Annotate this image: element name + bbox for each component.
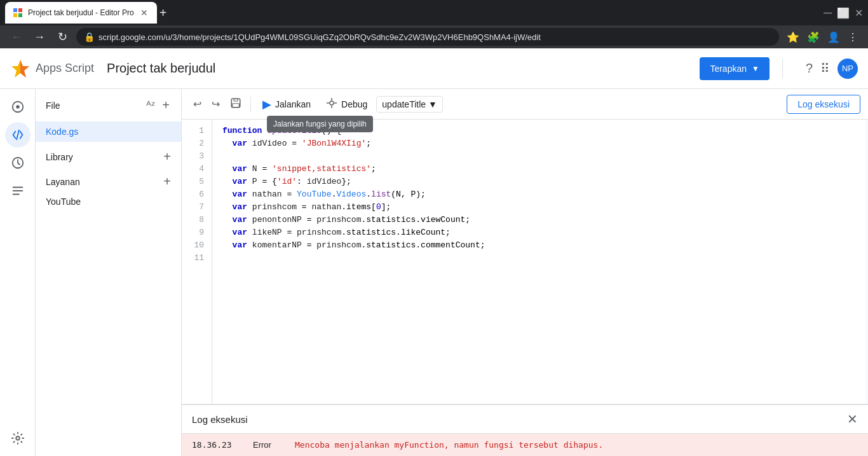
add-service-button[interactable]: +	[163, 174, 171, 189]
svg-rect-9	[12, 187, 23, 188]
service-item-youtube[interactable]: YouTube	[36, 191, 181, 212]
svg-point-7	[16, 105, 20, 109]
editor-icon	[11, 128, 25, 142]
nav-right-icons: ⭐ 🧩 👤 ⋮	[784, 29, 860, 46]
sidebar-editor-button[interactable]	[5, 122, 31, 148]
line-num-3: 3	[182, 150, 212, 163]
code-line-5: var P = {'id': idVideo};	[222, 176, 868, 188]
list-icon	[11, 184, 25, 198]
log-timestamp: 18.36.23	[192, 440, 243, 450]
log-message: Mencoba menjalankan myFunction, namun fu…	[295, 440, 603, 450]
code-line-6: var nathan = YouTube.Videos.list(N, P);	[222, 188, 868, 201]
apps-grid-icon[interactable]: ⠿	[820, 61, 830, 76]
add-file-button[interactable]: +	[161, 97, 171, 114]
line-num-2: 2	[182, 137, 212, 150]
log-level: Error	[253, 440, 285, 450]
help-icon[interactable]: ?	[806, 61, 813, 76]
code-line-11	[222, 252, 868, 265]
run-button[interactable]: ▶ Jalankan	[256, 93, 317, 115]
add-library-button[interactable]: +	[163, 149, 171, 164]
file-section-label: File	[46, 100, 146, 111]
editor-right-gutter	[865, 120, 868, 404]
svg-point-16	[330, 101, 334, 105]
browser-chrome: Project tak berjudul - Editor Pro ✕ + ─ …	[0, 0, 868, 25]
minimize-button[interactable]: ─	[824, 6, 832, 20]
new-tab-button[interactable]: +	[157, 3, 170, 23]
sidebar-triggers-button[interactable]	[5, 150, 31, 176]
line-numbers: 1 2 3 4 5 6 7 8 9 10 11	[182, 120, 212, 404]
header-divider	[782, 59, 783, 79]
avatar[interactable]: NP	[837, 59, 858, 79]
svg-rect-15	[233, 103, 240, 107]
editor-area: ↩ ↪ ▶ Jalankan	[182, 89, 868, 456]
tab-close-button[interactable]: ✕	[139, 6, 149, 19]
close-window-button[interactable]: ✕	[855, 7, 863, 19]
tooltip: Jalankan fungsi yang dipilih	[267, 116, 373, 132]
line-num-7: 7	[182, 201, 212, 214]
active-tab[interactable]: Project tak berjudul - Editor Pro ✕	[5, 2, 157, 24]
share-icon[interactable]: ⭐	[784, 29, 802, 46]
undo-button[interactable]: ↩	[189, 95, 205, 113]
code-line-7: var prinshcom = nathan.items[0];	[222, 201, 868, 214]
project-title[interactable]: Project tak berjudul	[107, 61, 215, 76]
line-num-6: 6	[182, 188, 212, 201]
code-line-8: var penontonNP = prinshcom.statistics.vi…	[222, 214, 868, 226]
library-section-header: Library +	[36, 142, 181, 167]
svg-marker-5	[20, 60, 29, 78]
code-line-3	[222, 150, 868, 163]
back-button[interactable]: ←	[8, 28, 25, 46]
forward-button[interactable]: →	[31, 28, 48, 46]
save-button[interactable]	[226, 95, 245, 114]
svg-rect-2	[13, 13, 17, 17]
file-item-kode[interactable]: Kode.gs	[36, 121, 181, 142]
service-label: Layanan	[46, 177, 163, 187]
sort-icon[interactable]: ᴬᶻ	[146, 99, 156, 113]
icon-sidebar	[0, 89, 36, 456]
app-header: Apps Script Project tak berjudul Terapka…	[0, 48, 868, 89]
tab-title: Project tak berjudul - Editor Pro	[28, 8, 134, 17]
log-panel-header: Log eksekusi ✕	[182, 405, 868, 434]
svg-rect-11	[12, 194, 19, 195]
log-entry-0: 18.36.23 Error Mencoba menjalankan myFun…	[182, 434, 868, 456]
app-logo[interactable]: Apps Script	[10, 59, 94, 79]
address-bar[interactable]: 🔒 script.google.com/u/3/home/projects/1Q…	[76, 28, 779, 46]
more-options-icon[interactable]: ⋮	[845, 29, 860, 46]
redo-button[interactable]: ↪	[208, 95, 224, 113]
service-section-header: Layanan +	[36, 167, 181, 191]
line-num-1: 1	[182, 125, 212, 137]
code-content[interactable]: function updateTitle() { var idVideo = '…	[212, 120, 868, 404]
deploy-label: Terapkan	[710, 64, 747, 74]
reload-button[interactable]: ↻	[53, 28, 71, 46]
url-text: script.google.com/u/3/home/projects/1QUd…	[98, 32, 541, 42]
function-name: updateTitle	[382, 99, 426, 109]
maximize-button[interactable]: ⬜	[837, 7, 850, 19]
svg-point-12	[16, 436, 20, 440]
file-panel: File ᴬᶻ + Kode.gs Library + Layanan + Yo…	[36, 89, 182, 456]
sidebar-executions-button[interactable]	[5, 178, 31, 204]
line-num-10: 10	[182, 239, 212, 252]
debug-button[interactable]: Debug	[320, 93, 374, 114]
profile-icon[interactable]: 👤	[825, 29, 843, 46]
sidebar-overview-button[interactable]	[5, 94, 31, 120]
function-selector-arrow-icon: ▼	[428, 99, 437, 109]
service-item-label: YouTube	[46, 197, 81, 207]
log-close-button[interactable]: ✕	[847, 411, 858, 427]
tab-bar: Project tak berjudul - Editor Pro ✕ +	[5, 0, 818, 25]
file-panel-header: File ᴬᶻ +	[36, 89, 181, 121]
lock-icon: 🔒	[84, 32, 95, 42]
log-button[interactable]: Log eksekusi	[787, 95, 860, 114]
sidebar-settings-button[interactable]	[5, 425, 31, 451]
deploy-button[interactable]: Terapkan ▼	[700, 57, 769, 80]
log-label: Log eksekusi	[797, 99, 850, 109]
extensions-icon[interactable]: 🧩	[804, 29, 822, 46]
main-layout: File ᴬᶻ + Kode.gs Library + Layanan + Yo…	[0, 89, 868, 456]
clock-icon	[11, 156, 25, 170]
debug-icon	[326, 97, 337, 111]
gear-icon	[11, 431, 25, 445]
deploy-arrow-icon: ▼	[752, 64, 759, 73]
browser-nav: ← → ↻ 🔒 script.google.com/u/3/home/proje…	[0, 25, 868, 48]
svg-rect-10	[12, 190, 23, 191]
overview-icon	[11, 100, 25, 114]
code-line-4: var N = 'snippet,statistics';	[222, 163, 868, 176]
function-selector[interactable]: updateTitle ▼	[376, 96, 443, 113]
